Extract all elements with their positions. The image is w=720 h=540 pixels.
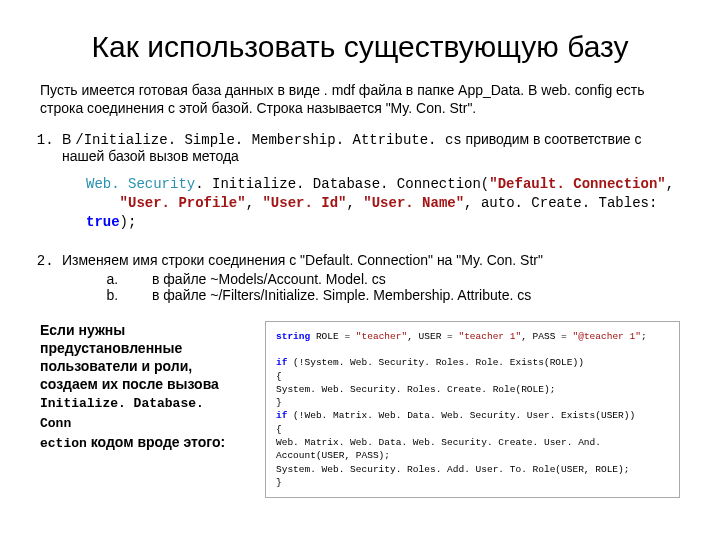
code1-arg2: "User. Profile"	[120, 195, 246, 211]
c2-l9: System. Web. Security. Roles. Add. User.…	[276, 464, 629, 475]
step2-text: Изменяем имя строки соединения с "Defaul…	[62, 252, 543, 268]
code1-arg1: "Default. Connection"	[489, 176, 665, 192]
code1-arg5val: true	[86, 214, 120, 230]
step2-a: в файле ~Models/Account. Model. cs	[122, 271, 680, 287]
note-mono2: ection	[40, 436, 87, 451]
c2-l1g: "@teacher 1"	[572, 331, 640, 342]
c2-l3: {	[276, 371, 282, 382]
code1-arg5name: auto. Create. Tables:	[481, 195, 657, 211]
c2-l8: Web. Matrix. Web. Data. Web. Security. C…	[276, 437, 601, 461]
note-l1: Если нужны	[40, 322, 125, 338]
c2-l4: System. Web. Security. Roles. Create. Ro…	[276, 384, 555, 395]
page-title: Как использовать существующую базу	[40, 30, 680, 64]
side-note: Если нужны предустановленные пользовател…	[40, 321, 240, 499]
c2-l1b: ROLE =	[310, 331, 356, 342]
c2-l6b: (!Web. Matrix. Web. Data. Web. Security.…	[287, 410, 635, 421]
step1-prefix: В	[62, 131, 75, 147]
step1-path: /Initialize. Simple. Membership. Attribu…	[75, 132, 461, 148]
c2-l1a: string	[276, 331, 310, 342]
note-mono: Initialize. Database. Conn	[40, 396, 204, 431]
step-1: В /Initialize. Simple. Membership. Attri…	[62, 131, 680, 232]
code1-arg4: "User. Name"	[363, 195, 464, 211]
c2-l10: }	[276, 477, 282, 488]
code1-method: . Initialize. Database. Connection(	[195, 176, 489, 192]
c2-l1h: ;	[641, 331, 647, 342]
code-block-1: Web. Security. Initialize. Database. Con…	[86, 175, 680, 232]
c2-l1c: "teacher"	[356, 331, 407, 342]
note-l4: создаем их после вызова	[40, 376, 219, 392]
c2-l1d: , USER =	[407, 331, 458, 342]
code1-close: );	[120, 214, 137, 230]
code1-class: Web. Security	[86, 176, 195, 192]
code1-arg3: "User. Id"	[262, 195, 346, 211]
code-block-2: string ROLE = "teacher", USER = "teacher…	[265, 321, 680, 499]
c2-l6a: if	[276, 410, 287, 421]
c2-l1e: "teacher 1"	[458, 331, 521, 342]
note-l2: предустановленные	[40, 340, 182, 356]
c2-l2b: (!System. Web. Security. Roles. Role. Ex…	[287, 357, 583, 368]
note-l3: пользователи и роли,	[40, 358, 192, 374]
step-2: Изменяем имя строки соединения с "Defaul…	[62, 252, 680, 303]
note-l5: кодом вроде этого:	[87, 434, 225, 450]
step2-b: в файле ~/Filters/Initialize. Simple. Me…	[122, 287, 680, 303]
c2-l2a: if	[276, 357, 287, 368]
c2-l7: {	[276, 424, 282, 435]
c2-l1f: , PASS =	[521, 331, 572, 342]
c2-l5: }	[276, 397, 282, 408]
intro-text: Пусть имеется готовая база данных в виде…	[40, 82, 680, 117]
